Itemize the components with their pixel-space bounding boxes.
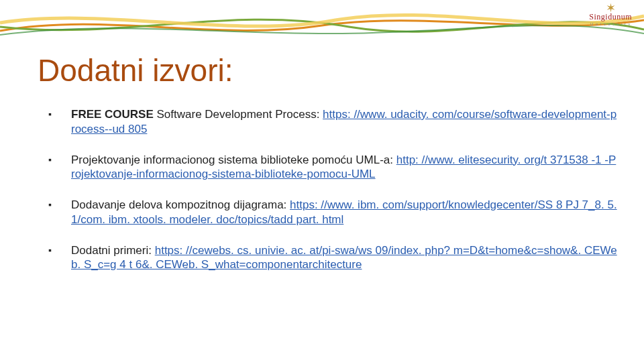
item-plain-text: Dodavanje delova kompozitnog dijagrama: xyxy=(71,198,290,211)
item-plain-text: Software Development Process: xyxy=(154,108,323,121)
list-item: Dodatni primeri: https: //cewebs. cs. un… xyxy=(48,243,617,273)
header-wave-decoration xyxy=(0,0,644,40)
logo-subtitle: U n i v e r s i t y xyxy=(589,22,632,26)
university-logo: ✶ Singidunum U n i v e r s i t y xyxy=(589,3,632,26)
list-item: FREE COURSE Software Development Process… xyxy=(48,107,617,137)
logo-mark-icon: ✶ xyxy=(589,3,632,13)
slide-title: Dodatni izvori: xyxy=(38,52,233,88)
item-plain-text: Dodatni primeri: xyxy=(71,244,155,257)
sources-list: FREE COURSE Software Development Process… xyxy=(48,107,617,288)
list-item: Dodavanje delova kompozitnog dijagrama: … xyxy=(48,198,617,227)
item-plain-text: Projektovanje informacionog sistema bibl… xyxy=(71,154,396,166)
list-item: Projektovanje informacionog sistema bibl… xyxy=(48,153,617,182)
logo-name: Singidunum xyxy=(589,12,632,22)
item-bold-prefix: FREE COURSE xyxy=(71,108,154,121)
